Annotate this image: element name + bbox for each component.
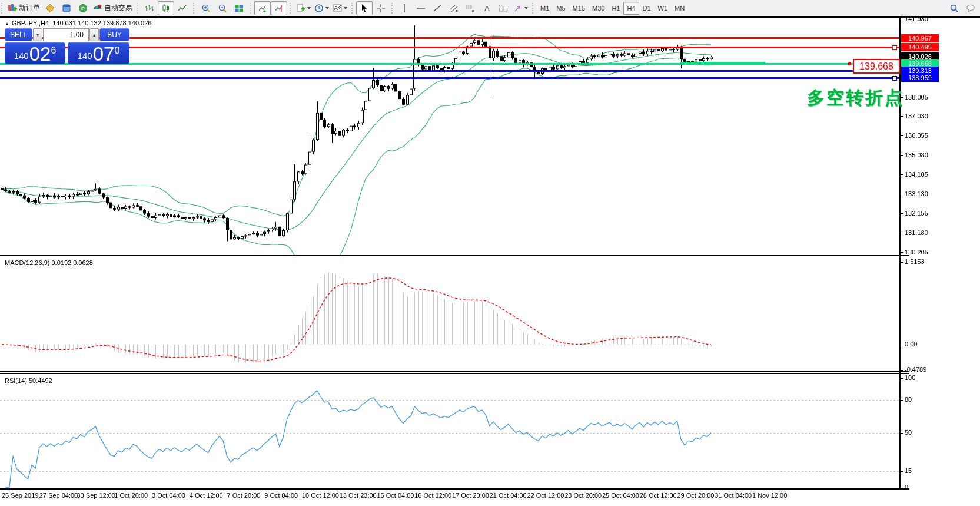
rsi-tick-100: 100 [905, 374, 915, 381]
macd-tick--0.4789: -0.4789 [905, 366, 926, 373]
ohlc-readout: GBPJPY-,H4 140.031 140.132 139.878 140.0… [12, 19, 152, 27]
hline-140.026[interactable] [0, 57, 899, 57]
price-note-anchor [848, 62, 851, 65]
turning-point-annotation[interactable]: 多空转折点 [759, 86, 904, 110]
time-label: 1 Nov 12:00 [752, 492, 787, 499]
time-label: 13 Oct 23:00 [340, 492, 377, 499]
hline-139.313[interactable] [0, 70, 899, 72]
price-label-140.967: 140.967 [901, 34, 939, 42]
macd-tick-1.5153: 1.5153 [905, 258, 925, 265]
time-label: 27 Sep 04:00 [39, 492, 78, 499]
volume-increase-button[interactable]: ▲ [89, 28, 99, 41]
chart-canvas[interactable] [0, 0, 980, 506]
time-label: 16 Oct 12:00 [414, 492, 451, 499]
hline-140.967[interactable] [0, 37, 899, 39]
buy-price[interactable]: 140 07 0 [68, 42, 129, 64]
time-label: 29 Oct 20:00 [677, 492, 715, 499]
time-label: 30 Sep 12:00 [77, 492, 115, 499]
one-click-trading-panel: SELL ▼ 1.00 ▲ BUY 140 02 6 140 07 0 [5, 28, 129, 64]
buy-price-big: 07 [93, 45, 115, 63]
price-label-140.495: 140.495 [901, 43, 939, 51]
green-trend-segment[interactable] [680, 62, 765, 65]
time-label: 17 Oct 20:00 [452, 492, 489, 499]
time-label: 15 Oct 04:00 [377, 492, 414, 499]
time-label: 10 Oct 12:00 [302, 492, 339, 499]
buy-price-prefix: 140 [78, 49, 92, 63]
time-label: 4 Oct 12:00 [190, 492, 223, 499]
time-label: 28 Oct 12:00 [640, 492, 677, 499]
time-label: 25 Oct 04:00 [602, 492, 639, 499]
hline-138.959[interactable] [0, 77, 899, 79]
macd-label: MACD(12,26,9) 0.0192 0.0628 [5, 259, 93, 266]
collapse-triangle-icon[interactable]: ▲ [5, 21, 9, 27]
time-label: 1 Oct 20:00 [114, 492, 148, 499]
volume-decrease-button[interactable]: ▼ [33, 28, 42, 41]
price-tick-135.080: 135.080 [905, 151, 928, 158]
sell-price-prefix: 140 [14, 49, 29, 63]
price-tick-141.930: 141.930 [905, 15, 928, 22]
hline-140.495[interactable] [0, 47, 899, 48]
hline-handle[interactable] [892, 45, 897, 50]
price-tick-132.155: 132.155 [905, 210, 928, 217]
sell-price-pip: 6 [51, 42, 56, 59]
price-note-label[interactable]: 139.668 [853, 59, 900, 74]
time-label: 25 Sep 2019 [2, 492, 38, 499]
price-tick-134.105: 134.105 [905, 171, 928, 178]
price-tick-138.005: 138.005 [905, 94, 928, 101]
volume-input[interactable]: 1.00 [43, 28, 89, 41]
rsi-tick-50: 50 [905, 429, 912, 436]
buy-button[interactable]: BUY [99, 28, 129, 41]
price-tick-131.180: 131.180 [905, 229, 928, 236]
sell-price-big: 02 [29, 45, 51, 63]
hline-handle[interactable] [892, 76, 897, 81]
time-label: 22 Oct 12:00 [527, 492, 564, 499]
mt4-window: 新订单 自动交易 [0, 0, 980, 506]
time-label: 21 Oct 04:00 [490, 492, 527, 499]
time-label: 9 Oct 04:00 [264, 492, 298, 499]
price-tick-133.130: 133.130 [905, 190, 928, 197]
price-tick-136.055: 136.055 [905, 132, 928, 139]
rsi-tick-0: 0 [905, 484, 908, 491]
price-label-138.959: 138.959 [901, 74, 939, 82]
time-label: 7 Oct 20:00 [227, 492, 261, 499]
buy-price-pip: 0 [114, 42, 119, 59]
time-label: 31 Oct 04:00 [715, 492, 752, 499]
time-label: 3 Oct 04:00 [152, 492, 185, 499]
symbol-header: ▲GBPJPY-,H4 140.031 140.132 139.878 140.… [5, 19, 151, 27]
sell-button[interactable]: SELL [5, 28, 32, 41]
sell-price[interactable]: 140 02 6 [5, 42, 65, 64]
rsi-tick-80: 80 [905, 396, 912, 403]
macd-tick-0.00: 0.00 [905, 340, 917, 348]
time-label: 23 Oct 20:00 [564, 492, 602, 499]
price-tick-137.030: 137.030 [905, 113, 928, 120]
price-tick-130.205: 130.205 [905, 249, 928, 256]
rsi-label: RSI(14) 50.4492 [5, 377, 52, 384]
rsi-tick-15: 15 [905, 467, 912, 474]
